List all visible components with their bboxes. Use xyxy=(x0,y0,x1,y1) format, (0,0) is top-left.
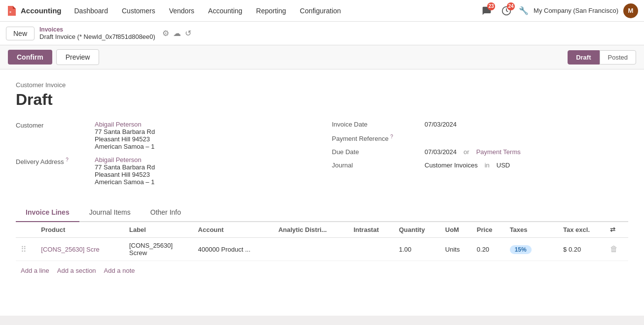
col-taxes: Taxes xyxy=(505,222,546,238)
col-actions: ⇄ xyxy=(605,222,628,238)
breadcrumb-current: Draft Invoice (* NewId_0x7f851d808ee0) xyxy=(39,33,155,40)
label-line1: [CONS_25630] xyxy=(129,242,188,249)
in-text: in xyxy=(485,162,490,169)
app-logo[interactable]: × Accounting xyxy=(6,5,62,17)
currency-value[interactable]: USD xyxy=(497,162,510,169)
top-navigation: × Accounting Dashboard Customers Vendors… xyxy=(0,0,644,22)
col-uom: UoM xyxy=(440,222,472,238)
price-cell[interactable]: 0.20 xyxy=(472,238,505,261)
customer-address1: 77 Santa Barbara Rd xyxy=(95,128,155,135)
payment-terms-link[interactable]: Payment Terms xyxy=(476,148,521,156)
confirm-button[interactable]: Confirm xyxy=(8,50,52,65)
nav-accounting[interactable]: Accounting xyxy=(203,5,247,17)
settings-icon[interactable]: 🔧 xyxy=(519,6,529,15)
table-row: ⠿ [CONS_25630] Scre [CONS_25630] Screw 4… xyxy=(16,238,628,261)
col-tax-excl: Tax excl. xyxy=(558,222,605,238)
delete-cell[interactable]: 🗑 xyxy=(605,238,628,261)
preview-button[interactable]: Preview xyxy=(56,49,100,65)
taxes-cell: 15% xyxy=(505,238,546,261)
table-body: ⠿ [CONS_25630] Scre [CONS_25630] Screw 4… xyxy=(16,238,628,261)
due-date-row: Due Date 07/03/2024 or Payment Terms xyxy=(332,148,628,156)
label-cell[interactable]: [CONS_25630] Screw xyxy=(124,238,193,261)
delivery-name-link[interactable]: Abigail Peterson xyxy=(95,156,142,163)
settings-gear-icon[interactable]: ⚙ xyxy=(162,29,169,38)
delivery-address2: Pleasant Hill 94523 xyxy=(95,171,150,178)
delete-row-icon[interactable]: 🗑 xyxy=(610,245,618,253)
activities-button[interactable]: 24 xyxy=(499,3,514,18)
col-intrastat: Intrastat xyxy=(349,222,394,238)
invoice-right-fields: Invoice Date 07/03/2024 Payment Referenc… xyxy=(332,121,628,192)
invoice-table: Product Label Account Analytic Distri...… xyxy=(16,222,628,261)
invoice-fields: Customer Abigail Peterson 77 Santa Barba… xyxy=(16,121,628,192)
delivery-value: Abigail Peterson 77 Santa Barbara Rd Ple… xyxy=(95,156,155,186)
status-posted[interactable]: Posted xyxy=(600,50,636,65)
nav-vendors[interactable]: Vendors xyxy=(164,5,199,17)
table-footer: Add a line Add a section Add a note xyxy=(16,261,628,280)
nav-dashboard[interactable]: Dashboard xyxy=(70,5,113,17)
customer-name-link[interactable]: Abigail Peterson xyxy=(95,121,142,128)
status-bar: Draft Posted xyxy=(568,50,636,65)
add-line-link[interactable]: Add a line xyxy=(21,267,49,274)
breadcrumb: Invoices Draft Invoice (* NewId_0x7f851d… xyxy=(39,26,155,40)
invoice-date-row: Invoice Date 07/03/2024 xyxy=(332,121,628,128)
tabs: Invoice Lines Journal Items Other Info xyxy=(16,203,628,222)
drag-handle-icon[interactable]: ⠿ xyxy=(21,245,27,254)
invoice-type-label: Customer Invoice xyxy=(16,81,628,89)
spacer-cell xyxy=(545,238,558,261)
nav-reporting[interactable]: Reporting xyxy=(251,5,291,17)
avatar[interactable]: M xyxy=(623,3,638,18)
cloud-upload-icon[interactable]: ☁ xyxy=(173,29,181,38)
intrastat-cell[interactable] xyxy=(349,238,394,261)
customer-address3: American Samoa – 1 xyxy=(95,143,154,150)
product-cell[interactable]: [CONS_25630] Scre xyxy=(36,238,124,261)
payment-ref-label: Payment Reference ? xyxy=(332,134,421,142)
action-bar: Confirm Preview Draft Posted xyxy=(0,45,644,69)
tax-badge[interactable]: 15% xyxy=(510,245,532,254)
col-account: Account xyxy=(193,222,274,238)
analytic-cell[interactable] xyxy=(273,238,349,261)
table-header: Product Label Account Analytic Distri...… xyxy=(16,222,628,238)
column-settings-icon[interactable]: ⇄ xyxy=(610,226,615,233)
account-cell[interactable]: 400000 Product ... xyxy=(193,238,274,261)
or-text: or xyxy=(464,148,469,156)
payment-ref-row: Payment Reference ? xyxy=(332,134,628,142)
invoice-left-fields: Customer Abigail Peterson 77 Santa Barba… xyxy=(16,121,312,192)
col-product: Product xyxy=(36,222,124,238)
customer-field-row: Customer Abigail Peterson 77 Santa Barba… xyxy=(16,121,312,150)
col-analytic: Analytic Distri... xyxy=(273,222,349,238)
breadcrumb-parent[interactable]: Invoices xyxy=(39,26,155,33)
payment-ref-help-icon[interactable]: ? xyxy=(391,134,394,139)
product-link[interactable]: [CONS_25630] Scre xyxy=(41,246,100,253)
col-spacer xyxy=(545,222,558,238)
col-quantity: Quantity xyxy=(394,222,440,238)
delivery-help-icon[interactable]: ? xyxy=(66,157,69,162)
delivery-field-row: Delivery Address ? Abigail Peterson 77 S… xyxy=(16,156,312,186)
topnav-right: 23 24 🔧 My Company (San Francisco) M xyxy=(479,3,638,18)
drag-handle[interactable]: ⠿ xyxy=(16,238,36,261)
add-note-link[interactable]: Add a note xyxy=(104,267,135,274)
due-date-value[interactable]: 07/03/2024 xyxy=(425,148,457,156)
invoice-date-value[interactable]: 07/03/2024 xyxy=(425,121,457,128)
journal-row: Journal Customer Invoices in USD xyxy=(332,162,628,169)
logo-icon: × xyxy=(6,5,18,17)
main-content: Customer Invoice Draft Customer Abigail … xyxy=(0,69,644,316)
journal-value[interactable]: Customer Invoices xyxy=(425,162,478,169)
uom-cell[interactable]: Units xyxy=(440,238,472,261)
messaging-button[interactable]: 23 xyxy=(479,3,494,18)
tab-other-info[interactable]: Other Info xyxy=(141,203,191,222)
delivery-label: Delivery Address ? xyxy=(16,156,95,165)
add-section-link[interactable]: Add a section xyxy=(57,267,96,274)
status-draft[interactable]: Draft xyxy=(568,50,599,65)
activities-badge: 24 xyxy=(507,2,515,10)
delivery-address3: American Samoa – 1 xyxy=(95,178,154,186)
refresh-icon[interactable]: ↺ xyxy=(185,29,191,38)
tab-invoice-lines[interactable]: Invoice Lines xyxy=(16,203,79,222)
nav-customers[interactable]: Customers xyxy=(117,5,160,17)
col-label: Label xyxy=(124,222,193,238)
customer-address2: Pleasant Hill 94523 xyxy=(95,135,150,143)
nav-configuration[interactable]: Configuration xyxy=(295,5,346,17)
quantity-cell[interactable]: 1.00 xyxy=(394,238,440,261)
new-button[interactable]: New xyxy=(6,27,35,40)
tab-journal-items[interactable]: Journal Items xyxy=(79,203,141,222)
breadcrumb-bar: New Invoices Draft Invoice (* NewId_0x7f… xyxy=(0,22,644,45)
